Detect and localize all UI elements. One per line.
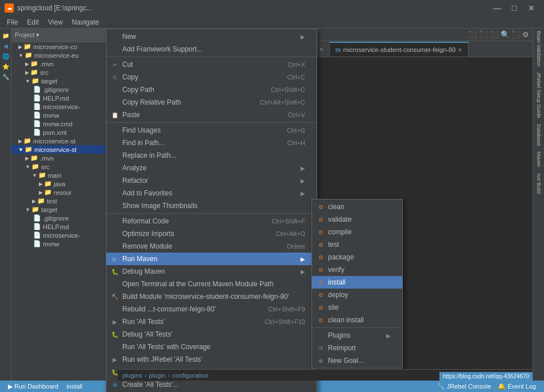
ctx-debug-tests[interactable]: 🐛Debug 'All Tests': [106, 328, 317, 341]
tree-item[interactable]: ▼📁target: [11, 77, 117, 85]
maven-reimport[interactable]: ↺ Reimport: [312, 342, 402, 354]
maximize-button[interactable]: □: [506, 2, 522, 14]
sidebar-icon-3[interactable]: 🌐: [1, 51, 10, 61]
project-label: Project ▾: [15, 31, 39, 39]
maven-deploy[interactable]: ⚙ deploy: [312, 289, 402, 301]
jrebel-console[interactable]: 🔧 JRebel Console: [434, 383, 495, 390]
tree-item[interactable]: ▶📁.mvn: [11, 59, 117, 68]
ctx-run-tests-coverage[interactable]: Run 'All Tests' with Coverage: [106, 341, 317, 353]
toolbar-icon[interactable]: ⬛: [479, 30, 488, 39]
tree-item[interactable]: ▶📁microservice-st: [11, 137, 117, 145]
ctx-framework[interactable]: Add Framework Support...: [106, 43, 317, 55]
right-sidebar-bean[interactable]: Bean Validation: [535, 29, 543, 69]
run-dashboard[interactable]: ▶ Run Dashboard: [5, 383, 62, 390]
tab-consumer-feign[interactable]: m microservice-student-consumer-feign-80…: [330, 42, 469, 57]
right-sidebar-maven[interactable]: Maven: [535, 149, 543, 169]
maven-verify[interactable]: ⚙ verify: [312, 263, 402, 276]
tree-item[interactable]: 📄HELP.md: [11, 222, 117, 231]
right-sidebar-ant[interactable]: Ant Build: [535, 171, 543, 196]
toolbar-icon[interactable]: ⬛: [511, 30, 521, 39]
tree-item[interactable]: 📄mvnw: [11, 111, 117, 119]
project-panel: Project ▾ ▶📁microservice-co ▼📁microservi…: [11, 29, 117, 392]
ctx-new[interactable]: New▶: [106, 30, 317, 43]
tree-item[interactable]: ▶📁test: [11, 197, 117, 205]
ctx-replace-path[interactable]: Replace in Path...: [106, 149, 317, 162]
ctx-copy-path[interactable]: Copy PathCtrl+Shift+C: [106, 83, 317, 96]
close-button[interactable]: ✕: [523, 2, 539, 14]
ctx-find-usages[interactable]: Find UsagesCtrl+G: [106, 124, 317, 137]
tree-item[interactable]: ▼📁src: [11, 162, 117, 171]
sidebar-icon-1[interactable]: 📁: [1, 31, 10, 40]
ctx-refactor[interactable]: Refactor▶: [106, 174, 317, 187]
ctx-debug-maven[interactable]: 🐛Debug Maven▶: [106, 265, 317, 278]
maven-plugins[interactable]: Plugins ▶: [312, 329, 402, 342]
sidebar-icon-2[interactable]: ◀: [1, 41, 10, 50]
toolbar-icon[interactable]: 🔍: [501, 30, 510, 39]
tree-item[interactable]: ▶📁src: [11, 68, 117, 77]
ctx-reformat[interactable]: Reformat CodeCtrl+Shift+F: [106, 215, 317, 227]
maven-submenu[interactable]: ⚙ clean ⚙ validate ⚙ compile ⚙ test ⚙ pa…: [311, 199, 403, 369]
right-sidebar-jrebel[interactable]: JRebel Setup Guide: [535, 70, 543, 121]
menu-view[interactable]: View: [43, 17, 67, 27]
toolbar-icon[interactable]: ⬛: [490, 30, 499, 39]
tree-item[interactable]: ▶📁.mvn: [11, 154, 117, 162]
ctx-run-jrebel[interactable]: ▶Run with JRebel 'All Tests': [106, 353, 317, 366]
tree-item[interactable]: ▶📁java: [11, 179, 117, 188]
ctx-run-maven[interactable]: ▶Run Maven▶: [106, 253, 317, 265]
tree-item[interactable]: 📄.gitignore: [11, 214, 117, 222]
menu-navigate[interactable]: Navigate: [67, 17, 103, 27]
tree-item[interactable]: 📄microservice-: [11, 231, 117, 239]
tree-item[interactable]: 📄pom.xml: [11, 128, 117, 137]
menu-edit[interactable]: Edit: [22, 17, 43, 27]
tree-item-selected[interactable]: ▼📁microservice-st: [11, 145, 117, 154]
tree-item[interactable]: 📄HELP.md: [11, 94, 117, 102]
tree-item[interactable]: ▶📁microservice-co: [11, 42, 117, 51]
title-text: springcloud [E:\springc...: [17, 4, 489, 12]
minimize-button[interactable]: —: [489, 2, 505, 14]
tree-item[interactable]: ▶📁resour: [11, 188, 117, 197]
tab-close-icon[interactable]: ✕: [319, 46, 323, 53]
sidebar-icon-4[interactable]: ⭐: [1, 62, 10, 71]
tree-item[interactable]: 📄mvnw.cmd: [11, 119, 117, 128]
tab-close-icon[interactable]: ✕: [458, 47, 462, 53]
ctx-run-tests[interactable]: ▶Run 'All Tests'Ctrl+Shift+F10: [106, 315, 317, 328]
tree-item[interactable]: ▼📁target: [11, 205, 117, 214]
ctx-analyze[interactable]: Analyze▶: [106, 162, 317, 174]
tree-item[interactable]: ▼📁microservice-eu: [11, 51, 117, 59]
ctx-copy[interactable]: ⎘CopyCtrl+C: [106, 71, 317, 83]
ctx-build-module[interactable]: 🔨Build Module 'microservice-student-cons…: [106, 290, 317, 303]
ctx-cut[interactable]: ✂CutCtrl+X: [106, 58, 317, 71]
ctx-find-path[interactable]: Find in Path...Ctrl+H: [106, 137, 317, 149]
tree-item[interactable]: 📄mvnw: [11, 239, 117, 248]
toolbar-icon[interactable]: ⚙: [522, 30, 529, 39]
ctx-open-terminal-maven[interactable]: Open Terminal at the Current Maven Modul…: [106, 278, 317, 290]
tree-item[interactable]: 📄.gitignore: [11, 85, 117, 94]
event-log[interactable]: 🔔 Event Log: [494, 383, 539, 390]
tab-label: microservice-student-consumer-feign-80: [343, 46, 456, 53]
maven-validate[interactable]: ⚙ validate: [312, 213, 402, 226]
ctx-favorites[interactable]: Add to Favorites▶: [106, 187, 317, 199]
maven-site[interactable]: ⚙ site: [312, 301, 402, 314]
menu-file[interactable]: File: [2, 17, 22, 27]
maven-compile[interactable]: ⚙ compile: [312, 226, 402, 238]
ctx-paste[interactable]: 📋PasteCtrl+V: [106, 109, 317, 121]
ctx-create-tests[interactable]: ⊕Create 'All Tests'...: [106, 378, 317, 391]
tree-item[interactable]: ▼📁main: [11, 171, 117, 179]
maven-new-goal[interactable]: ⊕ New Goal...: [312, 354, 402, 367]
right-sidebar-database[interactable]: Database: [535, 122, 543, 149]
ctx-debug-jrebel[interactable]: 🐛Debug with JRebel 'All Tests': [106, 366, 317, 378]
maven-clean-install[interactable]: ⚙ clean install: [312, 314, 402, 326]
sidebar-icon-5[interactable]: 🔧: [1, 72, 10, 81]
maven-install[interactable]: ⚙ install: [312, 276, 402, 289]
ctx-rebuild[interactable]: Rebuild ...t-consumer-feign-80'Ctrl+Shif…: [106, 303, 317, 315]
ctx-optimize[interactable]: Optimize ImportsCtrl+Alt+O: [106, 227, 317, 240]
main-context-menu[interactable]: New▶ Add Framework Support... ✂CutCtrl+X…: [106, 29, 317, 392]
toolbar-icon[interactable]: ⬛: [468, 30, 477, 39]
maven-package[interactable]: ⚙ package: [312, 251, 402, 263]
maven-clean[interactable]: ⚙ clean: [312, 201, 402, 213]
ctx-copy-relative[interactable]: Copy Relative PathCtrl+Alt+Shift+C: [106, 96, 317, 109]
tree-item[interactable]: 📄microservice-: [11, 102, 117, 111]
ctx-remove-module[interactable]: Remove ModuleDelete: [106, 240, 317, 253]
ctx-thumbnails[interactable]: Show Image Thumbnails: [106, 199, 317, 212]
maven-test[interactable]: ⚙ test: [312, 238, 402, 251]
